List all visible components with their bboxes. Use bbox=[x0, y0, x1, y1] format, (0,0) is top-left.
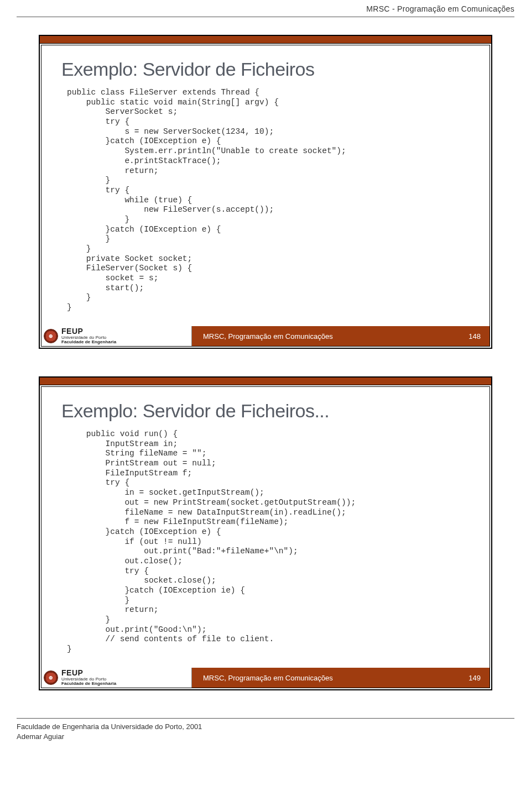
slide-inner: Exemplo: Servidor de Ficheiros public cl… bbox=[41, 45, 490, 347]
code-block: public void run() { InputStream in; Stri… bbox=[67, 429, 470, 654]
slide-title: Exemplo: Servidor de Ficheiros bbox=[61, 59, 470, 80]
code-block: public class FileServer extends Thread {… bbox=[67, 88, 470, 313]
slide-footer-bar: MRSC, Programação em Comunicações 149 bbox=[192, 668, 490, 688]
doc-header: MRSC - Programação em Comunicações bbox=[0, 0, 531, 17]
seal-icon: ⊕ bbox=[44, 329, 58, 343]
slide-footer-bar: MRSC, Programação em Comunicações 148 bbox=[192, 326, 490, 346]
slide-page-number: 149 bbox=[468, 674, 481, 682]
feup-name-text: FEUP bbox=[61, 668, 83, 677]
slides-container: Exemplo: Servidor de Ficheiros public cl… bbox=[0, 17, 531, 690]
slide-top-accent bbox=[40, 36, 491, 44]
footer-line2: Ademar Aguiar bbox=[17, 732, 514, 742]
slide-body: Exemplo: Servidor de Ficheiros... public… bbox=[41, 387, 490, 663]
footer-course-text: MRSC, Programação em Comunicações bbox=[203, 332, 333, 340]
footer-course-text: MRSC, Programação em Comunicações bbox=[203, 674, 333, 682]
feup-text: FEUP Universidade do Porto Faculdade de … bbox=[61, 327, 116, 344]
feup-line2: Faculdade de Engenharia bbox=[61, 340, 116, 344]
slide-body: Exemplo: Servidor de Ficheiros public cl… bbox=[41, 45, 490, 322]
feup-name-text: FEUP bbox=[61, 327, 83, 336]
feup-line2: Faculdade de Engenharia bbox=[61, 682, 116, 686]
page-footer: Faculdade de Engenharia da Universidade … bbox=[17, 718, 514, 741]
feup-logo-block: ⊕ FEUP Universidade do Porto Faculdade d… bbox=[41, 326, 192, 346]
feup-name: FEUP bbox=[61, 669, 116, 677]
slide-footer: ⊕ FEUP Universidade do Porto Faculdade d… bbox=[41, 668, 490, 688]
slide-1: Exemplo: Servidor de Ficheiros public cl… bbox=[39, 35, 492, 349]
slide-title: Exemplo: Servidor de Ficheiros... bbox=[61, 400, 470, 422]
seal-icon: ⊕ bbox=[44, 670, 58, 685]
slide-2: Exemplo: Servidor de Ficheiros... public… bbox=[39, 376, 492, 690]
feup-logo-block: ⊕ FEUP Universidade do Porto Faculdade d… bbox=[41, 668, 192, 688]
slide-page-number: 148 bbox=[468, 332, 481, 340]
slide-top-accent bbox=[40, 378, 491, 385]
slide-inner: Exemplo: Servidor de Ficheiros... public… bbox=[41, 386, 490, 688]
footer-line1: Faculdade de Engenharia da Universidade … bbox=[17, 722, 514, 732]
feup-name: FEUP bbox=[61, 327, 116, 336]
feup-text: FEUP Universidade do Porto Faculdade de … bbox=[61, 669, 116, 686]
slide-footer: ⊕ FEUP Universidade do Porto Faculdade d… bbox=[41, 326, 490, 346]
